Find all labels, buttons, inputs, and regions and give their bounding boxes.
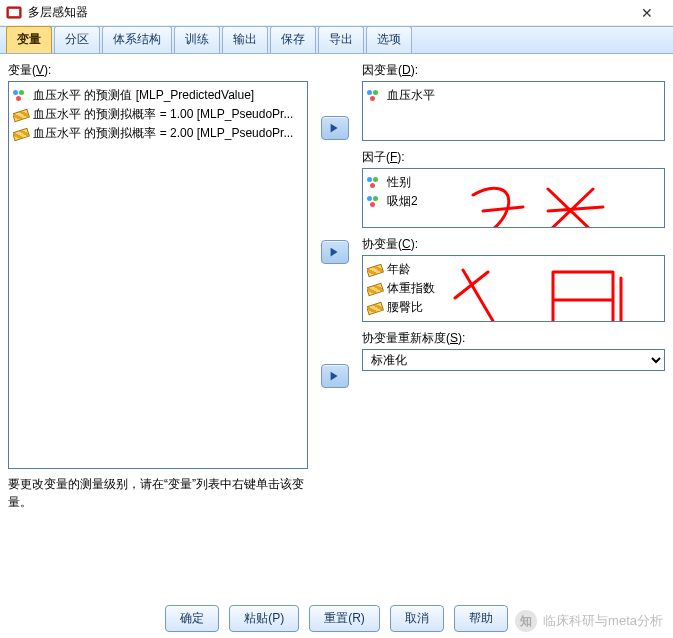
nominal-icon <box>13 89 27 103</box>
arrow-right-icon <box>328 245 342 259</box>
nominal-icon <box>367 176 381 190</box>
list-item-label: 血压水平 的预测拟概率 = 2.00 [MLP_PseudoPr... <box>33 125 293 142</box>
tab-export[interactable]: 导出 <box>318 26 364 53</box>
scale-icon <box>367 282 381 296</box>
nominal-icon <box>367 89 381 103</box>
list-item[interactable]: 腰臀比 <box>367 298 660 317</box>
nominal-icon <box>367 195 381 209</box>
list-item-label: 体重指数 <box>387 280 435 297</box>
covariates-listbox[interactable]: 年龄 体重指数 腰臀比 <box>362 255 665 322</box>
watermark-text: 临床科研与meta分析 <box>543 612 663 630</box>
rescale-select[interactable]: 标准化 <box>362 349 665 371</box>
variables-hint: 要更改变量的测量级别，请在“变量”列表中右键单击该变量。 <box>8 475 308 511</box>
move-to-dependent-button[interactable] <box>321 116 349 140</box>
factors-label: 因子(F): <box>362 149 665 166</box>
watermark-icon: 知 <box>515 610 537 632</box>
arrow-right-icon <box>328 121 342 135</box>
list-item-label: 血压水平 的预测值 [MLP_PredictedValue] <box>33 87 254 104</box>
dependent-listbox[interactable]: 血压水平 <box>362 81 665 141</box>
scale-icon <box>13 127 27 141</box>
list-item-label: 年龄 <box>387 261 411 278</box>
arrow-right-icon <box>328 369 342 383</box>
list-item-label: 血压水平 <box>387 87 435 104</box>
tab-training[interactable]: 训练 <box>174 26 220 53</box>
list-item[interactable]: 血压水平 的预测值 [MLP_PredictedValue] <box>13 86 303 105</box>
close-button[interactable]: ✕ <box>627 5 667 21</box>
list-item[interactable]: 性别 <box>367 173 660 192</box>
tab-variables[interactable]: 变量 <box>6 26 52 53</box>
tab-partition[interactable]: 分区 <box>54 26 100 53</box>
list-item[interactable]: 年龄 <box>367 260 660 279</box>
scale-icon <box>367 263 381 277</box>
variables-listbox[interactable]: 血压水平 的预测值 [MLP_PredictedValue] 血压水平 的预测拟… <box>8 81 308 469</box>
tab-save[interactable]: 保存 <box>270 26 316 53</box>
tab-output[interactable]: 输出 <box>222 26 268 53</box>
ok-button[interactable]: 确定 <box>165 605 219 632</box>
help-button[interactable]: 帮助 <box>454 605 508 632</box>
dependent-label: 因变量(D): <box>362 62 665 79</box>
move-to-covariates-button[interactable] <box>321 364 349 388</box>
app-icon <box>6 5 22 21</box>
list-item[interactable]: 血压水平 的预测拟概率 = 1.00 [MLP_PseudoPr... <box>13 105 303 124</box>
svg-rect-1 <box>9 9 19 16</box>
list-item[interactable]: 血压水平 的预测拟概率 = 2.00 [MLP_PseudoPr... <box>13 124 303 143</box>
window-title: 多层感知器 <box>28 4 627 21</box>
client-area: 变量(V): 血压水平 的预测值 [MLP_PredictedValue] 血压… <box>0 54 673 598</box>
cancel-button[interactable]: 取消 <box>390 605 444 632</box>
titlebar: 多层感知器 ✕ <box>0 0 673 26</box>
list-item-label: 血压水平 的预测拟概率 = 1.00 [MLP_PseudoPr... <box>33 106 293 123</box>
tab-options[interactable]: 选项 <box>366 26 412 53</box>
factors-listbox[interactable]: 性别 吸烟2 <box>362 168 665 228</box>
tabbar: 变量 分区 体系结构 训练 输出 保存 导出 选项 <box>0 26 673 54</box>
scale-icon <box>13 108 27 122</box>
watermark: 知 临床科研与meta分析 <box>515 610 663 632</box>
list-item-label: 腰臀比 <box>387 299 423 316</box>
covariates-label: 协变量(C): <box>362 236 665 253</box>
list-item[interactable]: 吸烟2 <box>367 192 660 211</box>
rescale-label: 协变量重新标度(S): <box>362 330 665 347</box>
list-item-label: 吸烟2 <box>387 193 418 210</box>
reset-button[interactable]: 重置(R) <box>309 605 380 632</box>
button-bar: 确定 粘贴(P) 重置(R) 取消 帮助 知 临床科研与meta分析 <box>0 598 673 638</box>
list-item[interactable]: 血压水平 <box>367 86 660 105</box>
variables-label: 变量(V): <box>8 62 308 79</box>
tab-architecture[interactable]: 体系结构 <box>102 26 172 53</box>
move-to-factors-button[interactable] <box>321 240 349 264</box>
scale-icon <box>367 301 381 315</box>
paste-button[interactable]: 粘贴(P) <box>229 605 299 632</box>
list-item[interactable]: 体重指数 <box>367 279 660 298</box>
list-item-label: 性别 <box>387 174 411 191</box>
